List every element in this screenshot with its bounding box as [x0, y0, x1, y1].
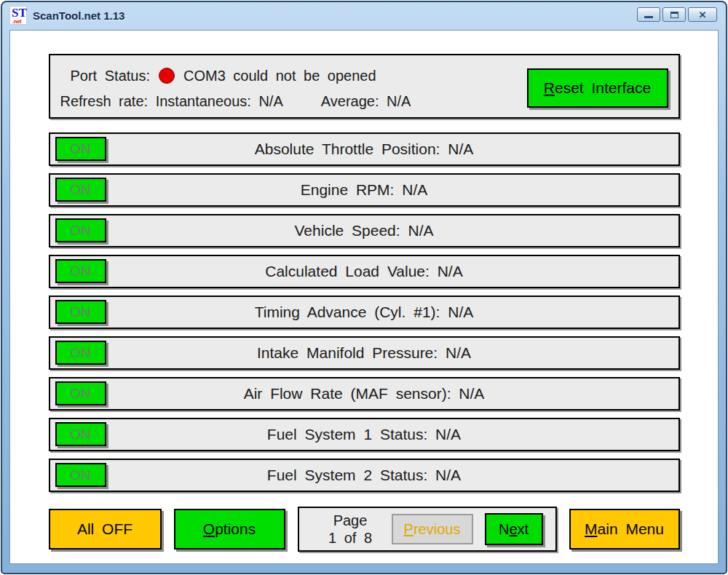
main-menu-label-rest: ain Menu: [598, 520, 664, 537]
sensor-row-vehicle-speed: Vehicle Speed: N/A ON: [49, 214, 680, 247]
window-title: ScanTool.net 1.13: [33, 9, 124, 22]
options-button[interactable]: Options: [174, 509, 285, 550]
sensor-label: Vehicle Speed: N/A: [50, 215, 678, 246]
maximize-icon: [670, 12, 678, 18]
maximize-button[interactable]: [662, 7, 686, 22]
close-icon: ✕: [699, 10, 707, 20]
minimize-button[interactable]: [637, 7, 660, 22]
sensor-toggle-button[interactable]: ON: [55, 259, 106, 283]
page-panel: Page 1 of 8 Previous Next: [298, 507, 557, 552]
window-controls: ✕: [637, 7, 717, 22]
previous-page-button[interactable]: Previous: [392, 514, 473, 544]
sensor-row-air-flow-rate: Air Flow Rate (MAF sensor): N/A ON: [49, 377, 680, 411]
app-logo-subtext: .net: [12, 19, 21, 24]
next-page-button[interactable]: Next: [485, 513, 543, 545]
page-indicator: Page 1 of 8: [312, 512, 389, 547]
next-label-rest: xt: [518, 521, 529, 537]
port-status-message: COM3 could not be opened: [183, 68, 376, 84]
sensor-row-calculated-load-value: Calculated Load Value: N/A ON: [49, 255, 680, 288]
reset-label-rest: eset Interface: [555, 79, 651, 96]
sensor-row-timing-advance: Timing Advance (Cyl. #1): N/A ON: [49, 296, 680, 329]
sensor-label: Timing Advance (Cyl. #1): N/A: [50, 297, 678, 328]
sensor-toggle-button[interactable]: ON: [55, 341, 106, 365]
refresh-rate-text: Refresh rate: Instantaneous: N/A: [60, 93, 283, 110]
status-panel: Port Status: COM3 could not be opened Re…: [49, 54, 680, 119]
main-menu-label-key: M: [585, 520, 598, 537]
next-label-key: e: [509, 521, 517, 537]
close-button[interactable]: ✕: [688, 7, 717, 22]
sensor-toggle-button[interactable]: ON: [55, 463, 106, 487]
page-word: Page: [312, 512, 389, 529]
options-label-rest: ptions: [215, 520, 256, 537]
sensor-label: Calculated Load Value: N/A: [50, 256, 678, 287]
sensor-row-engine-rpm: Engine RPM: N/A ON: [49, 173, 680, 207]
previous-label-key: P: [404, 521, 414, 537]
options-label-key: O: [203, 520, 215, 537]
reset-label-key: R: [544, 79, 555, 96]
sensor-label: Fuel System 1 Status: N/A: [50, 419, 678, 450]
port-status-label: Port Status:: [71, 68, 151, 84]
sensor-label: Fuel System 2 Status: N/A: [50, 460, 678, 491]
sensor-row-intake-manifold-pressure: Intake Manifold Pressure: N/A ON: [49, 336, 680, 370]
minimize-icon: [644, 16, 653, 18]
app-icon: ST .net: [9, 6, 27, 25]
sensor-row-absolute-throttle-position: Absolute Throttle Position: N/A ON: [49, 132, 680, 166]
app-window: ST .net ScanTool.net 1.13 ✕ Port Status:…: [1, 1, 727, 574]
main-menu-button[interactable]: Main Menu: [569, 509, 680, 550]
sensor-toggle-button[interactable]: ON: [55, 137, 106, 161]
sensor-label: Air Flow Rate (MAF sensor): N/A: [50, 378, 678, 409]
sensor-toggle-button[interactable]: ON: [55, 422, 106, 446]
sensor-row-fuel-system-2-status: Fuel System 2 Status: N/A ON: [49, 459, 680, 492]
sensor-toggle-button[interactable]: ON: [55, 300, 106, 324]
previous-label-rest: revious: [414, 521, 460, 537]
sensor-toggle-button[interactable]: ON: [55, 218, 106, 242]
sensor-toggle-button[interactable]: ON: [55, 381, 106, 405]
reset-interface-button[interactable]: Reset Interface: [527, 68, 668, 108]
average-text: Average: N/A: [321, 93, 411, 110]
next-label-pre: N: [499, 521, 509, 537]
app-logo-text: ST: [12, 7, 27, 20]
sensor-label: Engine RPM: N/A: [50, 175, 678, 205]
titlebar[interactable]: ST .net ScanTool.net 1.13 ✕: [2, 2, 726, 28]
content-area: Port Status: COM3 could not be opened Re…: [9, 30, 719, 564]
page-number: 1 of 8: [312, 529, 389, 547]
footer: All OFF Options Page 1 of 8 Previous Nex…: [49, 507, 680, 552]
all-off-button[interactable]: All OFF: [49, 509, 162, 550]
sensor-label: Intake Manifold Pressure: N/A: [50, 338, 678, 368]
port-status-indicator-icon: [159, 68, 175, 84]
sensor-label: Absolute Throttle Position: N/A: [50, 134, 678, 164]
sensor-row-fuel-system-1-status: Fuel System 1 Status: N/A ON: [49, 418, 680, 451]
sensor-toggle-button[interactable]: ON: [55, 178, 106, 202]
